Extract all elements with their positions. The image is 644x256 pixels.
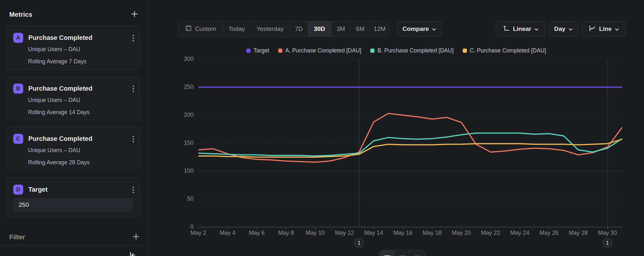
add-filter-button[interactable] [132, 232, 140, 242]
metric-title: Purchase Completed [28, 135, 92, 142]
date-range-30d[interactable]: 30D [308, 22, 331, 36]
metric-title: Purchase Completed [28, 85, 92, 92]
add-metric-button[interactable] [130, 10, 139, 19]
legend-item[interactable]: Target [246, 47, 269, 54]
y-axis-tick-label: 300 [148, 56, 194, 62]
legend-swatch [246, 49, 251, 53]
y-axis-tick-label: 200 [148, 112, 194, 118]
legend-label: B. Purchase Completed [DAU] [377, 47, 453, 54]
date-range-label: Yesterday [257, 25, 284, 32]
x-axis-tick-label: May 26 [534, 230, 564, 236]
metric-title: Purchase Completed [28, 34, 92, 41]
metric-rolling-average-label: Rolling Average 14 Days [28, 109, 90, 116]
metric-letter-badge: A [13, 33, 23, 43]
x-axis-tick-label: May 28 [564, 230, 593, 236]
scale-select-button[interactable]: Linear [496, 21, 545, 37]
date-range-control: CustomTodayYesterday7D30D3M6M12M [178, 21, 390, 37]
date-range-label: 30D [314, 25, 325, 32]
x-axis-tick-label: May 22 [476, 230, 506, 236]
y-axis-tick-label: 0 [148, 224, 194, 230]
metric-card-header: APurchase Completed [13, 33, 125, 43]
metric-card-d[interactable]: DTarget [6, 178, 140, 218]
date-range-12m[interactable]: 12M [370, 22, 389, 36]
metric-card-header: BPurchase Completed [13, 84, 125, 94]
y-axis-tick-label: 100 [148, 168, 194, 174]
y-axis-tick-label: 50 [148, 196, 194, 202]
scale-label: Linear [513, 25, 531, 32]
metric-title: Target [28, 186, 48, 193]
date-range-label: 7D [295, 25, 303, 32]
date-range-label: Today [229, 25, 245, 32]
compare-button[interactable]: Compare [397, 21, 442, 37]
metric-options-button[interactable] [132, 135, 135, 145]
x-axis-tick-label: May 2 [184, 230, 213, 236]
legend-swatch [370, 49, 374, 53]
chart-view-button-3[interactable] [410, 251, 425, 256]
panel-layout-icon [398, 253, 407, 256]
chart-view-button-1[interactable] [380, 251, 395, 256]
kebab-menu-icon [132, 34, 134, 43]
sidebar-divider [0, 245, 148, 245]
metric-measure-label: Unique Users – DAU [28, 97, 80, 104]
metrics-dashboard: Metrics APurchase CompletedUnique Users … [0, 0, 644, 256]
legend-item[interactable]: A. Purchase Completed [DAU] [278, 47, 361, 54]
chevron-down-icon [615, 25, 619, 32]
annotation-badge[interactable]: 1 [603, 239, 612, 247]
metrics-section-title: Metrics [9, 11, 32, 18]
metric-letter-badge: D [13, 185, 23, 195]
chart-legend: TargetA. Purchase Completed [DAU]B. Purc… [148, 47, 644, 54]
granularity-select-button[interactable]: Day [549, 21, 578, 37]
legend-item[interactable]: C. Purchase Completed [DAU] [463, 47, 546, 54]
date-range-3m[interactable]: 3M [331, 22, 351, 36]
metric-options-button[interactable] [132, 186, 135, 196]
axis-scale-icon [503, 25, 510, 33]
metric-measure-label: Unique Users – DAU [28, 46, 80, 53]
legend-item[interactable]: B. Purchase Completed [DAU] [370, 47, 453, 54]
target-value-input[interactable] [13, 198, 133, 212]
sidebar: Metrics APurchase CompletedUnique Users … [0, 0, 148, 256]
metric-card-header: CPurchase Completed [13, 134, 125, 144]
filter-section-title: Filter [9, 233, 25, 241]
calendar-icon [185, 25, 192, 33]
date-range-7d[interactable]: 7D [290, 22, 308, 36]
date-range-custom[interactable]: Custom [178, 22, 223, 36]
date-range-label: 3M [336, 25, 345, 32]
kebab-menu-icon [132, 135, 134, 144]
metric-card-b[interactable]: BPurchase CompletedUnique Users – DAURol… [6, 77, 140, 120]
date-range-label: 12M [374, 25, 386, 32]
x-axis-tick-label: May 6 [242, 230, 272, 236]
line-chart [198, 59, 622, 230]
date-range-label: 6M [356, 25, 365, 32]
plus-icon [132, 233, 140, 241]
legend-label: Target [253, 47, 269, 54]
metric-options-button[interactable] [132, 85, 135, 95]
annotation-badge[interactable]: 1 [355, 239, 363, 247]
metric-card-c[interactable]: CPurchase CompletedUnique Users – DAURol… [6, 127, 140, 170]
panel-layout-icon [383, 253, 392, 256]
legend-swatch [278, 49, 282, 53]
filter-section-header: Filter [9, 232, 140, 242]
date-range-yesterday[interactable]: Yesterday [251, 22, 290, 36]
x-axis-tick-label: May 4 [213, 230, 242, 236]
chart-view-toggle [379, 250, 425, 256]
chevron-down-icon [569, 25, 573, 32]
metric-card-a[interactable]: APurchase CompletedUnique Users – DAURol… [6, 26, 140, 70]
metric-options-button[interactable] [132, 34, 135, 44]
legend-swatch [463, 49, 467, 53]
x-axis-tick-label: May 24 [505, 230, 535, 236]
chart-type-label: Line [599, 25, 611, 32]
chevron-down-icon [432, 25, 436, 32]
collapse-sidebar-button[interactable] [128, 251, 137, 256]
chart-panel: CustomTodayYesterday7D30D3M6M12M Compare… [148, 0, 644, 256]
date-range-6m[interactable]: 6M [351, 22, 370, 36]
x-axis-tick-label: May 8 [271, 230, 301, 236]
x-axis-tick-label: May 16 [388, 230, 418, 236]
kebab-menu-icon [132, 186, 134, 195]
chart-type-select-button[interactable]: Line [582, 21, 626, 37]
chart-view-button-2[interactable] [395, 251, 410, 256]
x-axis-tick-label: May 14 [359, 230, 389, 236]
x-axis-tick-label: May 18 [417, 230, 447, 236]
date-range-today[interactable]: Today [223, 22, 251, 36]
metric-letter-badge: B [13, 84, 23, 94]
series-line-c[interactable] [198, 139, 622, 157]
